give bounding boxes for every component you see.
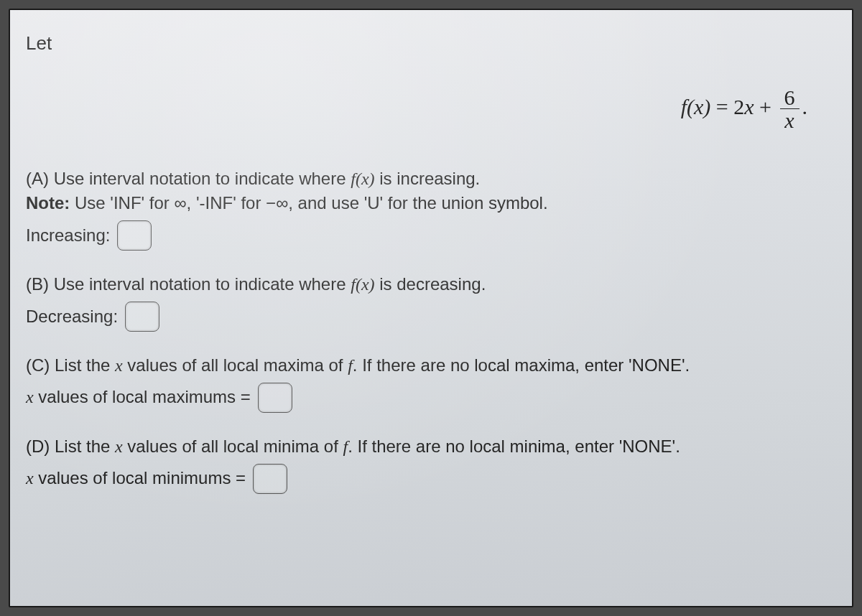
equation-period: .: [802, 95, 808, 118]
part-a-note: Note: Use 'INF' for ∞, '-INF' for −∞, an…: [26, 191, 836, 216]
function-equation: f(x) = 2x + 6 x .: [26, 86, 836, 132]
part-b: (B) Use interval notation to indicate wh…: [26, 272, 836, 332]
local-max-label: x values of local maximums =: [26, 385, 251, 410]
equation-fraction: 6 x: [780, 86, 800, 132]
local-min-input[interactable]: [253, 464, 287, 494]
part-c: (C) List the x values of all local maxim…: [26, 353, 836, 413]
local-max-row: x values of local maximums =: [26, 383, 836, 413]
equation-equals: =: [710, 95, 733, 118]
increasing-label: Increasing:: [26, 223, 110, 248]
part-d: (D) List the x values of all local minim…: [26, 434, 836, 494]
decreasing-label: Decreasing:: [26, 304, 118, 330]
increasing-row: Increasing:: [26, 220, 836, 251]
local-max-input[interactable]: [258, 383, 292, 413]
intro-text: Let: [26, 30, 836, 57]
part-a-prompt: (A) Use interval notation to indicate wh…: [26, 167, 836, 192]
part-c-prompt: (C) List the x values of all local maxim…: [26, 353, 836, 378]
local-min-row: x values of local minimums =: [26, 464, 836, 494]
increasing-input[interactable]: [117, 220, 152, 251]
local-min-label: x values of local minimums =: [26, 466, 246, 491]
fraction-numerator: 6: [780, 86, 800, 109]
decreasing-input[interactable]: [125, 302, 159, 332]
problem-sheet: Let f(x) = 2x + 6 x . (A) Use interval n…: [9, 9, 853, 607]
decreasing-row: Decreasing:: [26, 302, 836, 332]
equation-term1: 2x: [733, 95, 754, 118]
part-a: (A) Use interval notation to indicate wh…: [26, 167, 836, 251]
equation-plus: +: [754, 95, 777, 118]
fraction-denominator: x: [780, 108, 800, 132]
part-b-prompt: (B) Use interval notation to indicate wh…: [26, 272, 836, 297]
part-d-prompt: (D) List the x values of all local minim…: [26, 434, 836, 459]
equation-lhs: f(x): [681, 95, 711, 118]
